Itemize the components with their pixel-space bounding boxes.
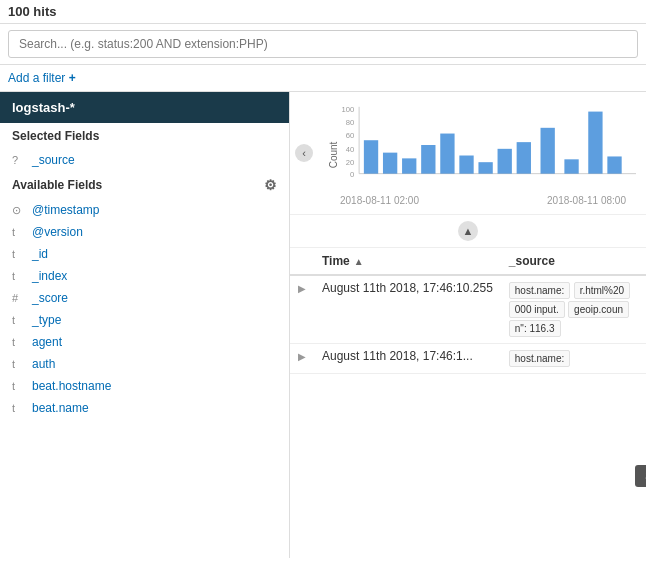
svg-rect-20 bbox=[607, 156, 621, 173]
index-label: logstash-* bbox=[12, 100, 75, 115]
field-name-auth: auth bbox=[32, 357, 55, 371]
field-index[interactable]: t _index bbox=[0, 265, 289, 287]
field-name-agent: agent bbox=[32, 335, 62, 349]
field-score[interactable]: # _score bbox=[0, 287, 289, 309]
selected-fields-title: Selected Fields bbox=[0, 123, 289, 149]
add-filter-link[interactable]: Add a filter + bbox=[8, 71, 76, 85]
field-type-auth: t bbox=[12, 358, 26, 370]
svg-rect-15 bbox=[498, 149, 512, 174]
field-name-source: _source bbox=[32, 153, 75, 167]
field-name-version: @version bbox=[32, 225, 83, 239]
time-col-label: Time bbox=[322, 254, 350, 268]
table-header-row: Time ▲ _source bbox=[290, 248, 646, 275]
source-snippet: host.name: bbox=[509, 282, 570, 299]
time-sort-button[interactable]: Time ▲ bbox=[322, 254, 493, 268]
content-area: ‹ Count 100 80 60 40 20 0 bbox=[290, 92, 646, 558]
collapse-chart-button[interactable]: ‹ bbox=[295, 144, 313, 162]
table-row: ▶ August 11th 2018, 17:46:10.255 host.na… bbox=[290, 275, 646, 344]
row-expand-cell-2[interactable]: ▶ bbox=[290, 344, 314, 374]
svg-rect-9 bbox=[383, 153, 397, 174]
field-name-beat-hostname: beat.hostname bbox=[32, 379, 111, 393]
row-expand-icon[interactable]: ▶ bbox=[298, 283, 306, 294]
field-type-timestamp: ⊙ bbox=[12, 204, 26, 217]
field-agent[interactable]: t agent bbox=[0, 331, 289, 353]
selected-field-source[interactable]: ? _source bbox=[0, 149, 289, 171]
row-expand-cell[interactable]: ▶ bbox=[290, 275, 314, 344]
field-version[interactable]: t @version bbox=[0, 221, 289, 243]
table-row: ▶ August 11th 2018, 17:46:1... host.name… bbox=[290, 344, 646, 374]
search-input[interactable] bbox=[8, 30, 638, 58]
svg-text:80: 80 bbox=[346, 118, 354, 127]
sort-icon: ▲ bbox=[354, 256, 364, 267]
field-beat-hostname[interactable]: t beat.hostname bbox=[0, 375, 289, 397]
row-source-cell-2: host.name: bbox=[501, 344, 646, 374]
field-type-type: t bbox=[12, 314, 26, 326]
svg-rect-17 bbox=[541, 128, 555, 174]
source-snippet: geoip.coun bbox=[568, 301, 629, 318]
add-filter-plus: + bbox=[69, 71, 76, 85]
search-bar bbox=[0, 24, 646, 65]
filter-row: Add a filter + bbox=[0, 65, 646, 92]
field-type-version: t bbox=[12, 226, 26, 238]
field-type-row[interactable]: t _type bbox=[0, 309, 289, 331]
sidebar-index[interactable]: logstash-* bbox=[0, 92, 289, 123]
chart-x-label-2: 2018-08-11 08:00 bbox=[547, 195, 626, 206]
svg-rect-10 bbox=[402, 158, 416, 173]
svg-rect-11 bbox=[421, 145, 435, 174]
field-type-source: ? bbox=[12, 154, 26, 166]
field-name-timestamp: @timestamp bbox=[32, 203, 100, 217]
hits-count: 100 bbox=[8, 4, 30, 19]
svg-rect-19 bbox=[588, 112, 602, 174]
chart-x-label-1: 2018-08-11 02:00 bbox=[340, 195, 419, 206]
sort-tooltip: Sort by time bbox=[635, 465, 646, 487]
available-fields-title: Available Fields bbox=[12, 178, 102, 192]
source-snippet-2: host.name: bbox=[509, 350, 570, 367]
row-expand-icon-2[interactable]: ▶ bbox=[298, 351, 306, 362]
field-id[interactable]: t _id bbox=[0, 243, 289, 265]
field-auth[interactable]: t auth bbox=[0, 353, 289, 375]
svg-text:40: 40 bbox=[346, 145, 354, 154]
source-snippet: 000 input. bbox=[509, 301, 565, 318]
field-name-beat-name: beat.name bbox=[32, 401, 89, 415]
svg-text:60: 60 bbox=[346, 131, 354, 140]
svg-rect-12 bbox=[440, 134, 454, 174]
main-layout: logstash-* Selected Fields ? _source Ava… bbox=[0, 92, 646, 558]
available-fields-header: Available Fields ⚙ bbox=[0, 171, 289, 199]
svg-text:20: 20 bbox=[346, 158, 354, 167]
chart-x-labels: 2018-08-11 02:00 2018-08-11 08:00 bbox=[340, 195, 636, 206]
add-filter-label: Add a filter bbox=[8, 71, 65, 85]
field-name-score: _score bbox=[32, 291, 68, 305]
svg-rect-8 bbox=[364, 140, 378, 173]
expand-button[interactable]: ▲ bbox=[458, 221, 478, 241]
field-name-index: _index bbox=[32, 269, 67, 283]
chart-y-label: Count bbox=[328, 142, 339, 169]
field-name-type: _type bbox=[32, 313, 61, 327]
svg-rect-18 bbox=[564, 159, 578, 173]
field-type-agent: t bbox=[12, 336, 26, 348]
field-timestamp[interactable]: ⊙ @timestamp bbox=[0, 199, 289, 221]
svg-rect-14 bbox=[478, 162, 492, 173]
field-type-id: t bbox=[12, 248, 26, 260]
chart-svg: 100 80 60 40 20 0 bbox=[340, 100, 636, 190]
row-time-cell: August 11th 2018, 17:46:10.255 bbox=[314, 275, 501, 344]
row-time-cell-2: August 11th 2018, 17:46:1... bbox=[314, 344, 501, 374]
hits-label: 100 hits bbox=[8, 4, 56, 19]
field-beat-name[interactable]: t beat.name bbox=[0, 397, 289, 419]
col-source-header: _source bbox=[501, 248, 646, 275]
chart-container: Count 100 80 60 40 20 0 bbox=[340, 100, 636, 210]
svg-rect-13 bbox=[459, 156, 473, 174]
gear-icon[interactable]: ⚙ bbox=[264, 177, 277, 193]
field-name-id: _id bbox=[32, 247, 48, 261]
row-source-cell: host.name: r.html%20 000 input. geoip.co… bbox=[501, 275, 646, 344]
field-type-index: t bbox=[12, 270, 26, 282]
svg-text:100: 100 bbox=[342, 105, 355, 114]
expand-section: ▲ bbox=[290, 215, 646, 248]
source-snippet: r.html%20 bbox=[574, 282, 630, 299]
field-type-score: # bbox=[12, 292, 26, 304]
hits-header: 100 hits bbox=[0, 0, 646, 24]
results-table: Time ▲ _source ▶ August 11th 2018, 17:46… bbox=[290, 248, 646, 374]
source-snippet: n": 116.3 bbox=[509, 320, 561, 337]
col-expand bbox=[290, 248, 314, 275]
hits-text: hits bbox=[33, 4, 56, 19]
sidebar: logstash-* Selected Fields ? _source Ava… bbox=[0, 92, 290, 558]
